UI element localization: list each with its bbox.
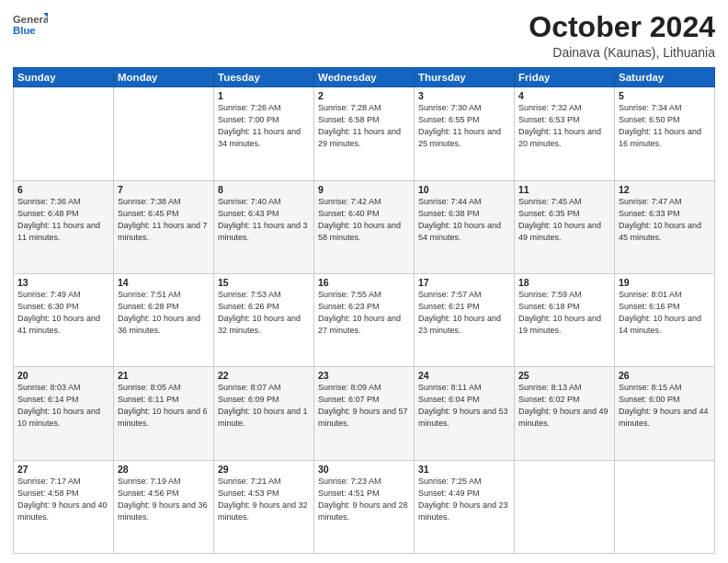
- calendar-cell: 21Sunrise: 8:05 AM Sunset: 6:11 PM Dayli…: [114, 367, 214, 460]
- calendar-cell: 10Sunrise: 7:44 AM Sunset: 6:38 PM Dayli…: [415, 180, 515, 273]
- calendar-cell: 1Sunrise: 7:26 AM Sunset: 7:00 PM Daylig…: [214, 87, 314, 180]
- calendar-cell: 2Sunrise: 7:28 AM Sunset: 6:58 PM Daylig…: [314, 87, 415, 180]
- day-number: 3: [418, 90, 510, 101]
- calendar-cell: 12Sunrise: 7:47 AM Sunset: 6:33 PM Dayli…: [615, 180, 715, 273]
- col-sunday: Sunday: [14, 68, 114, 87]
- calendar-cell: 6Sunrise: 7:36 AM Sunset: 6:48 PM Daylig…: [14, 180, 114, 273]
- day-info: Sunrise: 7:45 AM Sunset: 6:35 PM Dayligh…: [518, 196, 610, 244]
- day-info: Sunrise: 7:40 AM Sunset: 6:43 PM Dayligh…: [218, 196, 310, 244]
- calendar-cell: 18Sunrise: 7:59 AM Sunset: 6:18 PM Dayli…: [515, 273, 615, 366]
- calendar-cell: [114, 87, 214, 180]
- day-info: Sunrise: 7:34 AM Sunset: 6:50 PM Dayligh…: [619, 102, 711, 150]
- calendar-cell: 23Sunrise: 8:09 AM Sunset: 6:07 PM Dayli…: [314, 367, 415, 460]
- calendar-cell: [14, 87, 114, 180]
- main-title: October 2024: [529, 11, 715, 43]
- subtitle: Dainava (Kaunas), Lithuania: [529, 45, 715, 60]
- calendar-cell: [515, 460, 615, 553]
- col-monday: Monday: [114, 68, 214, 87]
- calendar-cell: 3Sunrise: 7:30 AM Sunset: 6:55 PM Daylig…: [415, 87, 515, 180]
- calendar-cell: 25Sunrise: 8:13 AM Sunset: 6:02 PM Dayli…: [515, 367, 615, 460]
- day-number: 1: [218, 90, 310, 101]
- day-number: 5: [619, 90, 711, 101]
- day-info: Sunrise: 7:44 AM Sunset: 6:38 PM Dayligh…: [418, 196, 510, 244]
- day-number: 11: [518, 184, 610, 195]
- col-thursday: Thursday: [415, 68, 515, 87]
- day-info: Sunrise: 7:59 AM Sunset: 6:18 PM Dayligh…: [518, 289, 610, 337]
- page: General Blue October 2024 Dainava (Kauna…: [0, 0, 728, 563]
- day-number: 8: [218, 184, 310, 195]
- day-info: Sunrise: 7:53 AM Sunset: 6:26 PM Dayligh…: [218, 289, 310, 337]
- calendar-cell: 20Sunrise: 8:03 AM Sunset: 6:14 PM Dayli…: [14, 367, 114, 460]
- day-info: Sunrise: 7:17 AM Sunset: 4:58 PM Dayligh…: [17, 476, 109, 523]
- calendar-cell: 13Sunrise: 7:49 AM Sunset: 6:30 PM Dayli…: [14, 273, 114, 366]
- calendar-cell: 29Sunrise: 7:21 AM Sunset: 4:53 PM Dayli…: [214, 460, 314, 553]
- day-number: 29: [218, 464, 310, 475]
- calendar-cell: 24Sunrise: 8:11 AM Sunset: 6:04 PM Dayli…: [415, 367, 515, 460]
- calendar-cell: 26Sunrise: 8:15 AM Sunset: 6:00 PM Dayli…: [615, 367, 715, 460]
- day-info: Sunrise: 7:51 AM Sunset: 6:28 PM Dayligh…: [118, 289, 210, 337]
- col-saturday: Saturday: [615, 68, 715, 87]
- day-info: Sunrise: 7:32 AM Sunset: 6:53 PM Dayligh…: [518, 102, 610, 150]
- calendar-week-3: 13Sunrise: 7:49 AM Sunset: 6:30 PM Dayli…: [14, 273, 715, 366]
- calendar-cell: 8Sunrise: 7:40 AM Sunset: 6:43 PM Daylig…: [214, 180, 314, 273]
- day-number: 22: [218, 370, 310, 381]
- day-number: 30: [318, 464, 410, 475]
- day-info: Sunrise: 7:55 AM Sunset: 6:23 PM Dayligh…: [318, 289, 410, 337]
- col-tuesday: Tuesday: [214, 68, 314, 87]
- day-number: 4: [518, 90, 610, 101]
- day-number: 24: [418, 370, 510, 381]
- day-number: 18: [518, 277, 610, 288]
- day-info: Sunrise: 8:15 AM Sunset: 6:00 PM Dayligh…: [619, 382, 711, 430]
- calendar-cell: 27Sunrise: 7:17 AM Sunset: 4:58 PM Dayli…: [14, 460, 114, 553]
- day-info: Sunrise: 7:26 AM Sunset: 7:00 PM Dayligh…: [218, 102, 310, 150]
- day-info: Sunrise: 7:23 AM Sunset: 4:51 PM Dayligh…: [318, 476, 410, 523]
- day-number: 16: [318, 277, 410, 288]
- day-info: Sunrise: 7:57 AM Sunset: 6:21 PM Dayligh…: [418, 289, 510, 337]
- day-number: 14: [118, 277, 210, 288]
- calendar-cell: 31Sunrise: 7:25 AM Sunset: 4:49 PM Dayli…: [415, 460, 515, 553]
- day-info: Sunrise: 7:49 AM Sunset: 6:30 PM Dayligh…: [17, 289, 109, 337]
- calendar-cell: 14Sunrise: 7:51 AM Sunset: 6:28 PM Dayli…: [114, 273, 214, 366]
- day-number: 2: [318, 90, 410, 101]
- day-number: 7: [118, 184, 210, 195]
- day-number: 17: [418, 277, 510, 288]
- header: General Blue October 2024 Dainava (Kauna…: [13, 11, 715, 60]
- day-number: 27: [17, 464, 109, 475]
- day-info: Sunrise: 7:30 AM Sunset: 6:55 PM Dayligh…: [418, 102, 510, 150]
- calendar-week-5: 27Sunrise: 7:17 AM Sunset: 4:58 PM Dayli…: [14, 460, 715, 553]
- calendar: Sunday Monday Tuesday Wednesday Thursday…: [13, 67, 715, 554]
- calendar-cell: 9Sunrise: 7:42 AM Sunset: 6:40 PM Daylig…: [314, 180, 415, 273]
- day-number: 31: [418, 464, 510, 475]
- calendar-cell: 22Sunrise: 8:07 AM Sunset: 6:09 PM Dayli…: [214, 367, 314, 460]
- calendar-cell: 7Sunrise: 7:38 AM Sunset: 6:45 PM Daylig…: [114, 180, 214, 273]
- day-info: Sunrise: 8:09 AM Sunset: 6:07 PM Dayligh…: [318, 382, 410, 430]
- day-info: Sunrise: 7:21 AM Sunset: 4:53 PM Dayligh…: [218, 476, 310, 523]
- day-info: Sunrise: 8:11 AM Sunset: 6:04 PM Dayligh…: [418, 382, 510, 430]
- day-number: 19: [619, 277, 711, 288]
- calendar-cell: 19Sunrise: 8:01 AM Sunset: 6:16 PM Dayli…: [615, 273, 715, 366]
- day-info: Sunrise: 8:13 AM Sunset: 6:02 PM Dayligh…: [518, 382, 610, 430]
- calendar-cell: 5Sunrise: 7:34 AM Sunset: 6:50 PM Daylig…: [615, 87, 715, 180]
- day-number: 12: [619, 184, 711, 195]
- day-number: 15: [218, 277, 310, 288]
- svg-text:Blue: Blue: [13, 25, 36, 36]
- day-info: Sunrise: 7:47 AM Sunset: 6:33 PM Dayligh…: [619, 196, 711, 244]
- calendar-cell: 30Sunrise: 7:23 AM Sunset: 4:51 PM Dayli…: [314, 460, 415, 553]
- day-number: 6: [17, 184, 109, 195]
- day-info: Sunrise: 7:28 AM Sunset: 6:58 PM Dayligh…: [318, 102, 410, 150]
- day-info: Sunrise: 7:38 AM Sunset: 6:45 PM Dayligh…: [118, 196, 210, 244]
- day-number: 23: [318, 370, 410, 381]
- calendar-cell: 15Sunrise: 7:53 AM Sunset: 6:26 PM Dayli…: [214, 273, 314, 366]
- day-info: Sunrise: 8:01 AM Sunset: 6:16 PM Dayligh…: [619, 289, 711, 337]
- calendar-cell: [615, 460, 715, 553]
- day-number: 20: [17, 370, 109, 381]
- svg-text:General: General: [13, 14, 48, 25]
- calendar-week-1: 1Sunrise: 7:26 AM Sunset: 7:00 PM Daylig…: [14, 87, 715, 180]
- title-area: October 2024 Dainava (Kaunas), Lithuania: [529, 11, 715, 60]
- day-number: 10: [418, 184, 510, 195]
- day-info: Sunrise: 7:42 AM Sunset: 6:40 PM Dayligh…: [318, 196, 410, 244]
- logo: General Blue: [13, 11, 48, 42]
- day-info: Sunrise: 8:03 AM Sunset: 6:14 PM Dayligh…: [17, 382, 109, 430]
- calendar-cell: 16Sunrise: 7:55 AM Sunset: 6:23 PM Dayli…: [314, 273, 415, 366]
- day-number: 26: [619, 370, 711, 381]
